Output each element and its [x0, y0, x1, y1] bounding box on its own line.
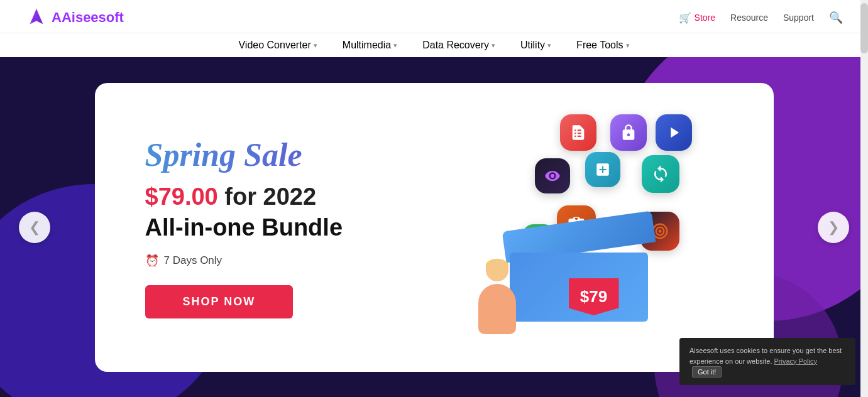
- header-top-row: AAiseesoft 🛒 Store Resource Support 🔍: [0, 0, 868, 33]
- person-body: [478, 284, 516, 334]
- svg-point-2: [658, 230, 661, 233]
- person-head: [486, 259, 508, 281]
- price-amount: $79.00: [145, 183, 218, 210]
- app-icon-pdf: [560, 114, 596, 151]
- chevron-down-icon: ▾: [547, 41, 551, 50]
- nav-item-multimedia[interactable]: Multimedia ▾: [343, 40, 397, 51]
- cart-icon: 🛒: [679, 12, 691, 24]
- chevron-left-icon: ❮: [29, 219, 40, 236]
- person-illustration: [472, 259, 522, 334]
- top-right-links: 🛒 Store Resource Support 🔍: [679, 11, 843, 24]
- main-nav: Video Converter ▾ Multimedia ▾ Data Reco…: [0, 33, 868, 57]
- app-icon-plus1: [585, 152, 620, 187]
- cookie-text: Aiseesoft uses cookies to ensure you get…: [689, 347, 842, 365]
- hero-illustration: $79: [434, 83, 723, 372]
- store-link[interactable]: 🛒 Store: [679, 12, 715, 24]
- app-icon-play: [656, 114, 692, 151]
- app-icon-screen: [535, 158, 570, 193]
- logo-text: AAiseesoft: [52, 9, 124, 26]
- hero-section: ❮ Spring Sale $79.00 for 2022 All-in-one…: [0, 57, 868, 397]
- nav-item-free-tools[interactable]: Free Tools ▾: [576, 40, 629, 51]
- privacy-policy-link[interactable]: Privacy Policy: [774, 357, 817, 365]
- days-only: ⏰ 7 Days Only: [145, 254, 434, 268]
- carousel-prev-button[interactable]: ❮: [19, 212, 50, 243]
- price-suffix: for 2022: [224, 183, 316, 210]
- hero-text-area: Spring Sale $79.00 for 2022 All-in-one B…: [145, 136, 434, 318]
- got-it-button[interactable]: Got it!: [692, 366, 722, 378]
- app-icon-lock: [610, 114, 647, 151]
- nav-item-data-recovery[interactable]: Data Recovery ▾: [422, 40, 495, 51]
- scrollbar[interactable]: [860, 0, 868, 397]
- scrollbar-thumb[interactable]: [860, 3, 868, 53]
- app-icon-sync: [642, 155, 679, 193]
- search-icon[interactable]: 🔍: [829, 11, 843, 24]
- price-badge: $79: [569, 278, 619, 315]
- hero-content-card: Spring Sale $79.00 for 2022 All-in-one B…: [95, 83, 774, 372]
- chevron-right-icon: ❯: [828, 219, 839, 236]
- price-line: $79.00 for 2022: [145, 183, 434, 210]
- nav-item-video-converter[interactable]: Video Converter ▾: [238, 40, 317, 51]
- header: AAiseesoft 🛒 Store Resource Support 🔍 Vi…: [0, 0, 868, 57]
- chevron-down-icon: ▾: [626, 41, 630, 50]
- support-link[interactable]: Support: [783, 13, 814, 23]
- logo[interactable]: AAiseesoft: [25, 6, 124, 29]
- chevron-down-icon: ▾: [492, 41, 495, 50]
- box-container: $79: [459, 108, 698, 347]
- bundle-title: All-in-one Bundle: [145, 214, 434, 241]
- chevron-down-icon: ▾: [314, 41, 317, 50]
- carousel-next-button[interactable]: ❯: [818, 212, 849, 243]
- chevron-down-icon: ▾: [393, 41, 397, 50]
- spring-sale-title: Spring Sale: [145, 136, 434, 173]
- resource-link[interactable]: Resource: [730, 13, 768, 23]
- shop-now-button[interactable]: SHOP NOW: [145, 285, 294, 318]
- nav-item-utility[interactable]: Utility ▾: [520, 40, 551, 51]
- logo-icon: [25, 6, 48, 29]
- cookie-notice: Aiseesoft uses cookies to ensure you get…: [679, 338, 855, 385]
- clock-icon: ⏰: [145, 254, 159, 268]
